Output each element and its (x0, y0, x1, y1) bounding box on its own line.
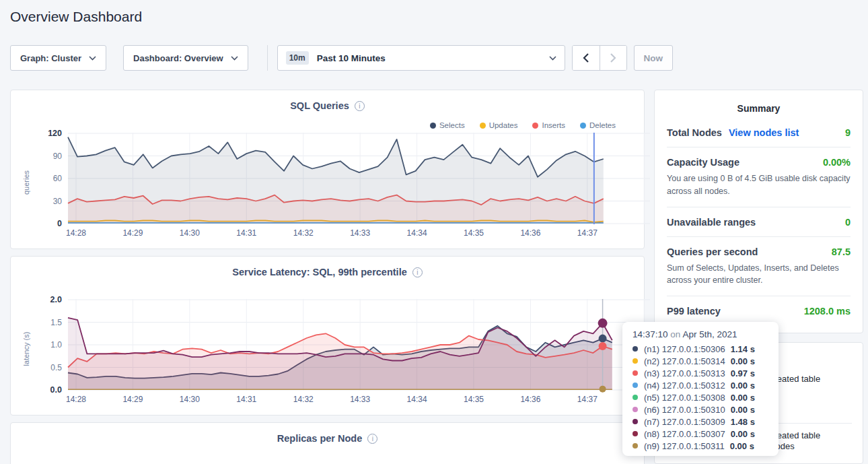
service-latency-chart-title: Service Latency: SQL, 99th percentilei (11, 267, 644, 277)
summary-card: Summary Total Nodes View nodes list 9 Ca… (654, 90, 863, 333)
time-range-badge: 10m (286, 51, 309, 65)
time-range-selector[interactable]: 10m Past 10 Minutes (277, 45, 565, 71)
chevron-down-icon (231, 56, 238, 61)
capacity-usage-value: 0.00% (823, 157, 851, 168)
summary-row-p99-latency: P99 latency 1208.0 ms (667, 296, 851, 325)
capacity-usage-desc: You are using 0 B of 4.5 GiB usable disk… (667, 172, 851, 198)
tooltip-row-n4: (n4) 127.0.0.1:503120.00 s (632, 379, 768, 391)
node-dot-icon (632, 346, 638, 352)
summary-row-queries-per-second: Queries per second 87.5 Sum of Selects, … (667, 237, 851, 297)
summary-row-total-nodes: Total Nodes View nodes list 9 (667, 118, 851, 147)
view-nodes-list-link[interactable]: View nodes list (729, 127, 799, 138)
inserts-dot-icon (532, 123, 538, 129)
node-dot-icon (632, 383, 638, 388)
info-icon[interactable]: i (367, 434, 377, 444)
time-range-label: Past 10 Minutes (317, 53, 386, 63)
replicas-per-node-card: Replicas per Nodei (10, 422, 645, 464)
chart-tooltip: 14:37:10 on Apr 5th, 2021 (n1) 127.0.0.1… (622, 322, 779, 456)
tooltip-timestamp: 14:37:10 on Apr 5th, 2021 (632, 329, 768, 339)
sql-queries-chart-title: SQL Queriesi (11, 100, 644, 111)
node-dot-icon (632, 407, 638, 412)
tooltip-row-n7: (n7) 127.0.0.1:503091.48 s (632, 416, 768, 428)
updates-dot-icon (480, 123, 486, 129)
node-dot-icon (632, 358, 638, 364)
info-icon[interactable]: i (355, 101, 365, 111)
deletes-dot-icon (580, 123, 586, 129)
node-dot-icon (632, 431, 638, 436)
time-prev-button[interactable] (573, 46, 600, 70)
tooltip-row-n9: (n9) 127.0.0.1:503110.00 s (632, 440, 768, 452)
legend-item-inserts[interactable]: Inserts (532, 121, 565, 129)
toolbar: Graph: Cluster Dashboard: Overview 10m P… (10, 45, 673, 71)
summary-title: Summary (655, 103, 863, 114)
selects-dot-icon (430, 123, 436, 129)
tooltip-row-n3: (n3) 127.0.0.1:503130.97 s (632, 367, 768, 379)
service-latency-card: Service Latency: SQL, 99th percentilei l… (10, 256, 645, 416)
legend-item-selects[interactable]: Selects (430, 121, 465, 129)
queries-per-second-value: 87.5 (832, 246, 851, 257)
tooltip-row-n6: (n6) 127.0.0.1:503100.00 s (632, 403, 768, 416)
toolbar-divider (267, 45, 268, 71)
tooltip-row-n5: (n5) 127.0.0.1:503080.00 s (632, 391, 768, 403)
replicas-chart-title: Replicas per Nodei (11, 433, 644, 444)
legend-item-updates[interactable]: Updates (480, 121, 518, 129)
sql-queries-svg (68, 133, 650, 224)
total-nodes-value: 9 (845, 127, 851, 138)
sql-queries-card: SQL Queriesi Selects Updates Inserts Del… (10, 90, 645, 249)
graph-dropdown-label: Graph: Cluster (20, 53, 81, 63)
dashboard-dropdown[interactable]: Dashboard: Overview (123, 45, 248, 71)
dashboard-dropdown-label: Dashboard: Overview (133, 53, 223, 63)
tooltip-row-n8: (n8) 127.0.0.1:503070.00 s (632, 428, 768, 440)
queries-per-second-desc: Sum of Selects, Updates, Inserts, and De… (667, 262, 851, 288)
node-dot-icon (632, 395, 638, 400)
tooltip-row-n1: (n1) 127.0.0.1:503061.14 s (632, 343, 768, 355)
page-title: Overview Dashboard (10, 9, 868, 25)
chevron-down-icon (549, 56, 556, 61)
node-dot-icon (632, 419, 638, 424)
sql-queries-plot[interactable]: queries 0306090120 14:2814:2914:3014:311… (68, 133, 650, 224)
summary-row-capacity-usage: Capacity Usage 0.00% You are using 0 B o… (667, 147, 851, 207)
now-button[interactable]: Now (634, 45, 673, 71)
tooltip-row-n2: (n2) 127.0.0.1:503140.00 s (632, 355, 768, 367)
graph-dropdown[interactable]: Graph: Cluster (10, 45, 106, 71)
chevron-right-icon (610, 53, 616, 63)
node-dot-icon (632, 370, 638, 376)
service-latency-svg (68, 299, 650, 391)
summary-row-unavailable-ranges: Unavailable ranges 0 (667, 207, 851, 237)
sql-queries-legend: Selects Updates Inserts Deletes (430, 121, 616, 129)
node-dot-icon (632, 443, 638, 449)
time-step-buttons (572, 45, 627, 71)
legend-item-deletes[interactable]: Deletes (580, 121, 616, 129)
p99-latency-value: 1208.0 ms (804, 306, 851, 317)
chevron-left-icon (583, 53, 589, 63)
time-next-button[interactable] (600, 46, 626, 70)
info-icon[interactable]: i (412, 267, 423, 277)
chevron-down-icon (89, 56, 96, 61)
unavailable-ranges-value: 0 (845, 217, 851, 228)
service-latency-plot[interactable]: latency (s) 0.00.51.01.52.0 14:2814:2914… (68, 299, 650, 391)
overview-dashboard-page: { "page": { "title": "Overview Dashboard… (0, 0, 868, 464)
